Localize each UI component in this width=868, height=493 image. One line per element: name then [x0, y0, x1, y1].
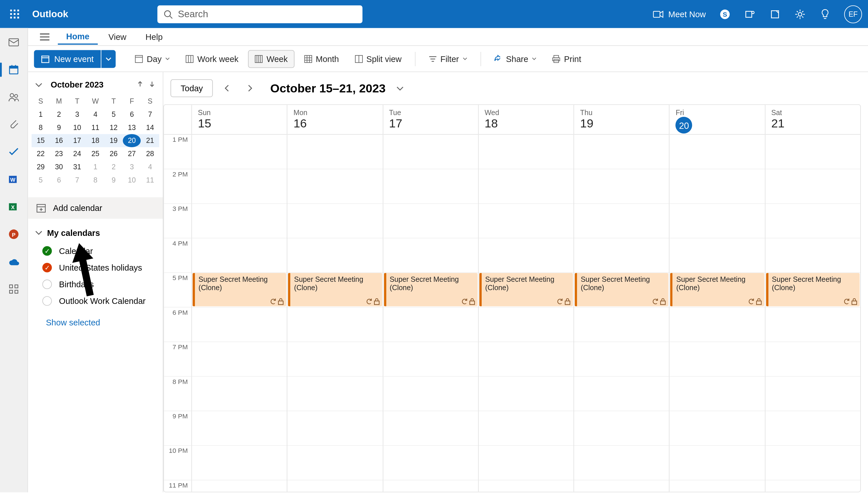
day-column[interactable]: Super Secret Meeting (Clone) [669, 134, 765, 492]
minical-day[interactable]: 18 [86, 134, 105, 147]
view-day-button[interactable]: Day [129, 50, 176, 67]
calendar-checkbox[interactable] [42, 279, 52, 289]
excel-icon[interactable]: X [6, 200, 21, 214]
tab-help[interactable]: Help [137, 29, 171, 44]
files-icon[interactable] [6, 117, 21, 132]
minical-day[interactable]: 19 [105, 134, 123, 147]
date-range-dropdown-icon[interactable] [396, 83, 404, 93]
calendar-event[interactable]: Super Secret Meeting (Clone) [288, 273, 382, 306]
minical-day[interactable]: 25 [86, 147, 105, 160]
day-column[interactable]: Super Secret Meeting (Clone) [478, 134, 573, 492]
day-header[interactable]: Sat21 [765, 105, 860, 134]
minical-day[interactable]: 13 [123, 121, 141, 134]
filter-button[interactable]: Filter [423, 50, 473, 67]
minical-collapse-icon[interactable] [35, 79, 47, 90]
calendar-event[interactable]: Super Secret Meeting (Clone) [384, 273, 478, 306]
mail-icon[interactable] [6, 35, 21, 50]
calendar-item[interactable]: Birthdays [31, 276, 159, 293]
day-column[interactable]: Super Secret Meeting (Clone) [191, 134, 287, 492]
minical-day[interactable]: 5 [31, 173, 50, 187]
todo-icon[interactable] [6, 145, 21, 159]
calendar-checkbox[interactable] [42, 246, 52, 256]
meet-now-button[interactable]: Meet Now [653, 9, 706, 19]
minical-day[interactable]: 15 [31, 134, 50, 147]
day-header[interactable]: Wed18 [478, 105, 573, 134]
minical-day[interactable]: 23 [50, 147, 68, 160]
day-column[interactable]: Super Secret Meeting (Clone) [382, 134, 478, 492]
add-calendar-button[interactable]: Add calendar [28, 197, 163, 219]
minical-day[interactable]: 4 [86, 108, 105, 121]
view-workweek-button[interactable]: Work week [179, 50, 244, 67]
powerpoint-icon[interactable]: P [6, 227, 21, 241]
minical-day[interactable]: 9 [105, 173, 123, 187]
calendar-event[interactable]: Super Secret Meeting (Clone) [670, 273, 764, 306]
day-header[interactable]: Fri20 [669, 105, 765, 134]
prev-week-icon[interactable] [219, 80, 236, 97]
split-view-button[interactable]: Split view [348, 50, 408, 67]
new-event-dropdown[interactable] [101, 50, 116, 67]
minical-day[interactable]: 8 [86, 173, 105, 187]
minical-day[interactable]: 26 [105, 147, 123, 160]
minical-day[interactable]: 28 [141, 147, 159, 160]
word-icon[interactable]: W [6, 172, 21, 187]
minical-day[interactable]: 24 [68, 147, 86, 160]
search-input[interactable]: Search [157, 5, 362, 23]
minical-day[interactable]: 2 [50, 108, 68, 121]
notes-icon[interactable] [769, 8, 781, 20]
minical-day[interactable]: 11 [141, 173, 159, 187]
my-calendars-header[interactable]: My calendars [31, 223, 159, 242]
minical-day[interactable]: 3 [68, 108, 86, 121]
people-icon[interactable] [6, 90, 21, 104]
settings-icon[interactable] [794, 8, 806, 20]
print-button[interactable]: Print [546, 50, 587, 67]
minical-day[interactable]: 1 [31, 108, 50, 121]
minical-day[interactable]: 10 [68, 121, 86, 134]
tips-icon[interactable] [819, 8, 831, 20]
calendar-event[interactable]: Super Secret Meeting (Clone) [575, 273, 669, 306]
view-week-button[interactable]: Week [248, 50, 294, 67]
calendar-item[interactable]: United States holidays [31, 259, 159, 276]
minical-day[interactable]: 11 [86, 121, 105, 134]
minical-day[interactable]: 6 [123, 108, 141, 121]
minical-day[interactable]: 14 [141, 121, 159, 134]
new-event-button[interactable]: New event [34, 50, 101, 67]
calendar-item[interactable]: Outlook Work Calendar [31, 293, 159, 309]
calendar-checkbox[interactable] [42, 263, 52, 272]
minical-prev-icon[interactable] [136, 79, 144, 90]
day-column[interactable]: Super Secret Meeting (Clone) [287, 134, 383, 492]
user-avatar[interactable]: EF [844, 5, 862, 23]
minical-day[interactable]: 29 [31, 160, 50, 174]
day-header[interactable]: Mon16 [287, 105, 383, 134]
today-button[interactable]: Today [170, 79, 213, 97]
minical-day[interactable]: 1 [86, 160, 105, 174]
calendar-checkbox[interactable] [42, 296, 52, 306]
minical-day[interactable]: 8 [31, 121, 50, 134]
minical-day[interactable]: 16 [50, 134, 68, 147]
tab-view[interactable]: View [100, 29, 135, 44]
calendar-event[interactable]: Super Secret Meeting (Clone) [479, 273, 573, 306]
minical-day[interactable]: 3 [123, 160, 141, 174]
minical-day[interactable]: 31 [68, 160, 86, 174]
calendar-event[interactable]: Super Secret Meeting (Clone) [766, 273, 860, 306]
minical-day[interactable]: 21 [141, 134, 159, 147]
minical-day[interactable]: 27 [123, 147, 141, 160]
hamburger-icon[interactable] [34, 28, 56, 46]
minical-day[interactable]: 10 [123, 173, 141, 187]
minical-day[interactable]: 17 [68, 134, 86, 147]
minical-day[interactable]: 4 [141, 160, 159, 174]
day-header[interactable]: Sun15 [191, 105, 287, 134]
view-month-button[interactable]: Month [298, 50, 345, 67]
teams-icon[interactable] [744, 8, 756, 20]
next-week-icon[interactable] [242, 80, 258, 97]
show-selected-link[interactable]: Show selected [31, 309, 159, 336]
day-header[interactable]: Thu19 [573, 105, 669, 134]
onedrive-icon[interactable] [6, 255, 21, 269]
minical-day[interactable]: 2 [105, 160, 123, 174]
minical-day[interactable]: 12 [105, 121, 123, 134]
more-apps-icon[interactable] [6, 282, 21, 296]
calendar-icon[interactable] [6, 63, 21, 77]
calendar-item[interactable]: Calendar [31, 242, 159, 259]
minical-day[interactable]: 5 [105, 108, 123, 121]
minical-day[interactable]: 9 [50, 121, 68, 134]
minical-next-icon[interactable] [148, 79, 155, 90]
